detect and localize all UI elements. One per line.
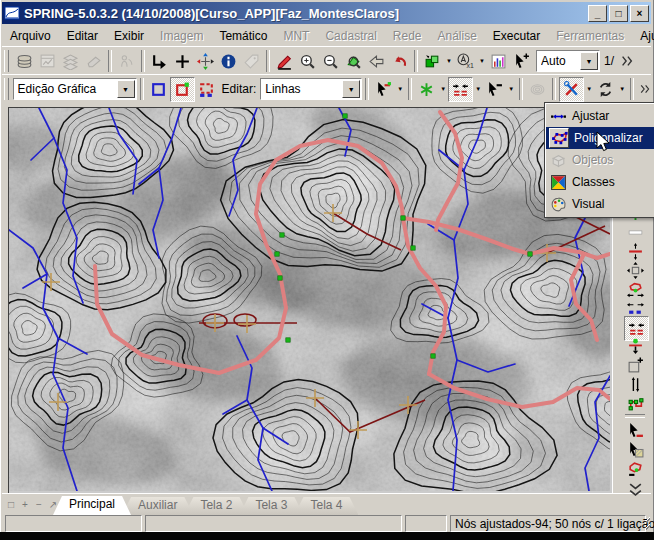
remove-vertex-button[interactable]: [483, 78, 506, 101]
page-label: 1/: [604, 54, 614, 68]
select-flag-button[interactable]: [372, 78, 395, 101]
status-panel-3: [405, 515, 447, 532]
join-lines-button[interactable]: [448, 77, 473, 102]
separator: [519, 78, 523, 100]
adjust-icon: [549, 107, 567, 125]
crosshair-button[interactable]: [171, 50, 194, 73]
tab-principal[interactable]: Principal: [53, 496, 131, 515]
polygonize-icon: [549, 128, 569, 148]
objects-icon: [549, 151, 567, 169]
menu-editar[interactable]: Editar: [59, 27, 106, 45]
tab-tela-2[interactable]: Tela 2: [184, 497, 248, 515]
separator: [266, 50, 270, 72]
toolbar-main: ▼▼ Auto ▼ 1/: [2, 46, 651, 75]
menu-cadastral[interactable]: Cadastral: [317, 27, 384, 45]
close-button[interactable]: ×: [630, 5, 649, 22]
separator: [625, 414, 645, 418]
edit-target-combo[interactable]: Linhas ▼: [260, 78, 362, 100]
menu-tematico[interactable]: Temático: [211, 27, 275, 45]
edit-line-button[interactable]: [170, 77, 195, 102]
titlebar: SPRING-5.0.3.2 (14/10/2008)[Curso_APP][F…: [2, 2, 651, 24]
edit-target-value: Linhas: [265, 82, 341, 96]
scale-1x-button-dropdown[interactable]: ▼: [477, 50, 487, 73]
toolbar-grip[interactable]: [4, 78, 9, 100]
menu-ajuda[interactable]: Ajuda: [632, 27, 654, 45]
layers-button[interactable]: [59, 50, 82, 73]
undo-view-button[interactable]: [388, 50, 411, 73]
separator: [140, 78, 144, 100]
draw-button[interactable]: [273, 50, 296, 73]
contrast-button[interactable]: [487, 50, 510, 73]
menu-rede[interactable]: Rede: [385, 27, 430, 45]
zoom-scale-dropdown[interactable]: ▼: [580, 52, 598, 70]
join-lines-button-dropdown[interactable]: ▼: [473, 78, 483, 101]
tile-views-button-dropdown[interactable]: ▼: [444, 50, 454, 73]
info-button[interactable]: [217, 50, 240, 73]
views-minimize-button[interactable]: −: [33, 499, 45, 511]
separator: [365, 78, 369, 100]
menu-mnt[interactable]: MNT: [275, 27, 317, 45]
mode-value: Edição Gráfica: [18, 82, 116, 96]
scale-1x-button[interactable]: [454, 50, 477, 73]
menu-arquivo[interactable]: Arquivo: [2, 27, 59, 45]
maximize-button[interactable]: □: [609, 5, 628, 22]
database-button[interactable]: [13, 50, 36, 73]
views-add-button[interactable]: +: [19, 499, 31, 511]
label-button[interactable]: [240, 50, 263, 73]
views-restore-button[interactable]: □: [5, 499, 17, 511]
menu-item-classes-label: Classes: [572, 175, 615, 189]
mouse-cursor: [596, 131, 612, 153]
mode-dropdown[interactable]: ▼: [117, 80, 135, 98]
edit-tools-button-dropdown[interactable]: ▼: [584, 78, 594, 101]
new-line-button[interactable]: [147, 78, 170, 101]
menu-ferramentas[interactable]: Ferramentas: [548, 27, 632, 45]
edit-tools-button[interactable]: [559, 77, 584, 102]
zoom-in-button[interactable]: [296, 50, 319, 73]
toolbar-overflow-icon[interactable]: [639, 81, 651, 97]
zoom-scale-combo[interactable]: Auto ▼: [536, 50, 600, 72]
menu-item-ajustar[interactable]: Ajustar: [546, 105, 654, 127]
menu-item-classes[interactable]: Classes: [546, 171, 654, 193]
menu-item-visual-label: Visual: [572, 197, 604, 211]
contour-button[interactable]: [526, 78, 549, 101]
tab-auxiliar[interactable]: Auxiliar: [122, 497, 193, 515]
menu-exibir[interactable]: Exibir: [106, 27, 152, 45]
separator: [552, 78, 556, 100]
model-button[interactable]: [36, 50, 59, 73]
acquire-button[interactable]: [115, 50, 138, 73]
menu-item-visual[interactable]: Visual: [546, 193, 654, 215]
toolbar-grip[interactable]: [4, 50, 9, 72]
snap-button-dropdown[interactable]: ▼: [438, 78, 448, 101]
erase-plane-button[interactable]: [82, 50, 105, 73]
menu-item-ajustar-label: Ajustar: [572, 109, 609, 123]
redraw-button[interactable]: [594, 78, 617, 101]
tab-tela-4[interactable]: Tela 4: [294, 497, 358, 515]
minimize-button[interactable]: _: [588, 5, 607, 22]
snap-button[interactable]: [415, 78, 438, 101]
more-tools-button[interactable]: [624, 478, 647, 501]
remove-polygon-button[interactable]: [624, 457, 647, 480]
edit-vertex-button[interactable]: [195, 78, 218, 101]
toolbar-overflow-icon[interactable]: [620, 53, 634, 69]
edit-label: Editar:: [222, 82, 257, 96]
zoom-area-button[interactable]: [342, 50, 365, 73]
mode-combo[interactable]: Edição Gráfica ▼: [13, 78, 137, 100]
polyline-nodes-button[interactable]: [624, 392, 647, 415]
recompose-button[interactable]: [148, 50, 171, 73]
tab-tela-3[interactable]: Tela 3: [239, 497, 303, 515]
previous-view-button[interactable]: [365, 50, 388, 73]
resize-grip[interactable]: [646, 516, 650, 531]
menu-executar[interactable]: Executar: [485, 27, 548, 45]
map-canvas[interactable]: [8, 107, 613, 494]
menu-imagem[interactable]: Imagem: [152, 27, 211, 45]
select-flag-button-dropdown[interactable]: ▼: [395, 78, 405, 101]
pan-button[interactable]: [194, 50, 217, 73]
menu-analise[interactable]: Análise: [430, 27, 485, 45]
separator: [141, 50, 145, 72]
zoom-out-button[interactable]: [319, 50, 342, 73]
select-cursor-button[interactable]: [510, 50, 533, 73]
remove-vertex-button-dropdown[interactable]: ▼: [506, 78, 516, 101]
tile-views-button[interactable]: [421, 50, 444, 73]
redraw-button-dropdown[interactable]: ▼: [617, 78, 627, 101]
edit-target-dropdown[interactable]: ▼: [342, 80, 360, 98]
